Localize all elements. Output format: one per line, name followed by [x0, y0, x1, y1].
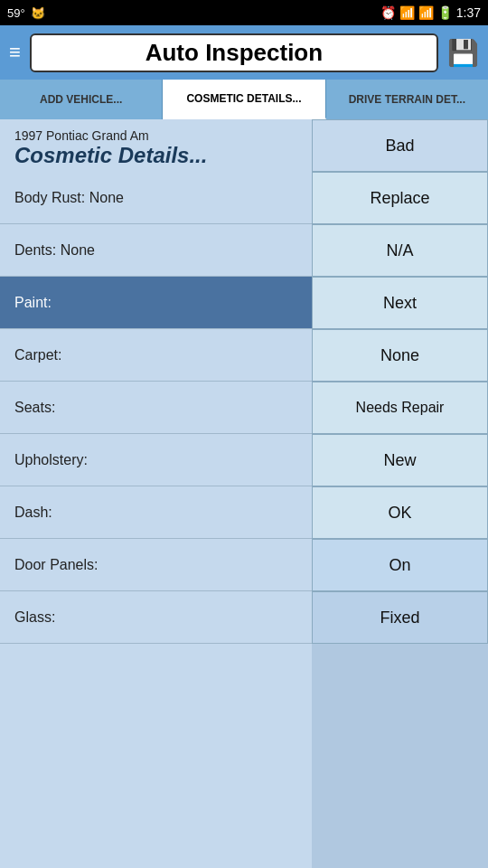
time-display: 1:37 [456, 5, 481, 20]
field-dents[interactable]: Dents: None [0, 224, 312, 277]
tab-add-vehicle[interactable]: ADD VEHICLE... [0, 80, 163, 119]
battery-icon: 🔋 [437, 5, 453, 20]
field-carpet[interactable]: Carpet: [0, 329, 312, 382]
dents-label: Dents: None [14, 242, 95, 259]
field-glass[interactable]: Glass: [0, 591, 312, 644]
app-title: Auto Inspection [30, 33, 438, 72]
paint-label: Paint: [14, 295, 52, 311]
field-body-rust[interactable]: Body Rust: None [0, 172, 312, 224]
signal-icon: 📶 [418, 5, 434, 20]
hamburger-menu-icon[interactable]: ≡ [9, 41, 21, 64]
status-right: ⏰ 📶 📶 🔋 1:37 [380, 5, 481, 20]
tab-bar: ADD VEHICLE... COSMETIC DETAILS... DRIVE… [0, 80, 488, 119]
field-dash[interactable]: Dash: [0, 486, 312, 539]
fixed-button[interactable]: Fixed [312, 591, 488, 644]
body-rust-label: Body Rust: None [14, 190, 124, 206]
save-icon[interactable]: 💾 [447, 38, 479, 68]
left-panel: 1997 Pontiac Grand Am Cosmetic Details..… [0, 119, 312, 868]
field-seats[interactable]: Seats: [0, 382, 312, 434]
vehicle-year: 1997 Pontiac Grand Am [14, 128, 297, 143]
status-left: 59° 🐱 [7, 6, 45, 20]
right-panel: Bad Replace N/A Next None Needs Repair N… [312, 119, 488, 868]
vehicle-info: 1997 Pontiac Grand Am Cosmetic Details..… [0, 119, 312, 172]
section-title: Cosmetic Details... [14, 143, 297, 168]
bad-button[interactable]: Bad [312, 119, 488, 172]
glass-label: Glass: [14, 609, 55, 626]
temperature: 59° [7, 6, 25, 20]
app-header: ≡ Auto Inspection 💾 [0, 25, 488, 80]
needs-repair-button[interactable]: Needs Repair [312, 382, 488, 434]
tab-drive-terrain[interactable]: DRIVE TERRAIN DET... [326, 80, 488, 119]
na-button[interactable]: N/A [312, 224, 488, 277]
none-button[interactable]: None [312, 329, 488, 382]
replace-button[interactable]: Replace [312, 172, 488, 224]
door-panels-label: Door Panels: [14, 557, 99, 573]
new-button[interactable]: New [312, 434, 488, 486]
field-upholstery[interactable]: Upholstery: [0, 434, 312, 486]
on-button[interactable]: On [312, 539, 488, 591]
seats-label: Seats: [14, 400, 55, 416]
dash-label: Dash: [14, 505, 52, 521]
ok-button[interactable]: OK [312, 486, 488, 539]
field-paint[interactable]: Paint: [0, 277, 312, 329]
wifi-icon: 📶 [399, 5, 415, 20]
status-bar: 59° 🐱 ⏰ 📶 📶 🔋 1:37 [0, 0, 488, 25]
cloud-icon: 🐱 [31, 6, 45, 20]
carpet-label: Carpet: [14, 347, 61, 363]
alarm-icon: ⏰ [380, 5, 396, 20]
tab-cosmetic-details[interactable]: COSMETIC DETAILS... [163, 80, 325, 119]
next-button[interactable]: Next [312, 277, 488, 329]
field-door-panels[interactable]: Door Panels: [0, 539, 312, 591]
upholstery-label: Upholstery: [14, 452, 88, 468]
main-content: 1997 Pontiac Grand Am Cosmetic Details..… [0, 119, 488, 868]
